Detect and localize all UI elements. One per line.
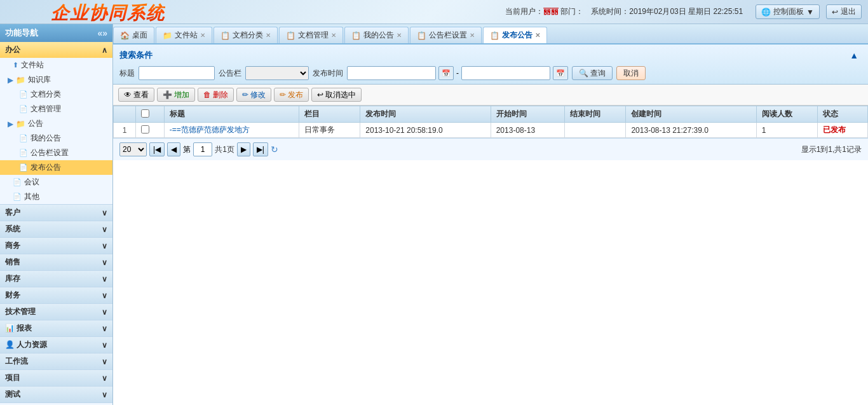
notice-setting-icon: 📄 [19,149,28,157]
sidebar-project-header[interactable]: 项目 ∨ [0,370,112,386]
control-panel-button[interactable]: 🌐 控制面板 ▼ [756,4,820,19]
sidebar-tech-header[interactable]: 技术管理 ∨ [0,304,112,320]
doc-manage-icon: 📄 [19,105,28,113]
next-page-button[interactable]: ▶ [237,142,250,156]
filestation-icon: ⬆ [13,61,18,69]
row-num: 1 [114,123,136,138]
last-page-button[interactable]: ▶| [253,142,268,156]
edit-icon: ✏ [242,90,248,99]
sidebar-item-notice-setting[interactable]: 📄 公告栏设置 [0,146,112,160]
sidebar: 功能导航 «» 办公 ∧ ⬆ 文件站 ▶ 📁 知识库 📄 文档分类 [0,24,113,405]
sidebar-report-header[interactable]: 📊 报表 ∨ [0,320,112,336]
tab-doc-classify[interactable]: 📋 文档分类 ✕ [214,27,278,43]
data-table-wrap: 标题 栏目 发布时间 开始时间 结束时间 创建时间 阅读人数 状态 1 - [113,106,868,138]
search-button[interactable]: 🔍 查询 [572,66,613,80]
pagination-left: 20 50 100 |◀ ◀ 第 共1页 ▶ ▶| ↻ [119,142,278,156]
sidebar-workflow-header[interactable]: 工作流 ∨ [0,354,112,369]
tab-desktop[interactable]: 🏠 桌面 [113,27,154,43]
sidebar-inventory-header[interactable]: 库存 ∨ [0,271,112,287]
first-page-button[interactable]: |◀ [149,142,165,156]
sidebar-group-knowledge[interactable]: ▶ 📁 知识库 [0,72,112,87]
sidebar-group-notice[interactable]: ▶ 📁 公告 [0,116,112,131]
row-start-time: 2013-08-13 [491,123,564,138]
sidebar-item-doc-manage[interactable]: 📄 文档管理 [0,102,112,116]
tab-filestation[interactable]: 📁 文件站 ✕ [156,27,212,43]
cancel-select-button[interactable]: ↩ 取消选中 [311,88,362,102]
desktop-icon: 🏠 [120,31,130,40]
search-date-to[interactable] [461,66,550,80]
workflow-expand-icon: ∨ [102,357,107,366]
notice-setting-tab-icon: 📋 [417,31,426,40]
add-button[interactable]: ➕ 增加 [157,88,195,102]
sidebar-item-publish-notice[interactable]: 📄 发布公告 [0,160,112,175]
sidebar-test-header[interactable]: 测试 ∨ [0,387,112,402]
topbar: 企业协同系统 当前用户：丽丽 部门： 系统时间：2019年02月03日 星期日 … [0,0,868,24]
refresh-button[interactable]: ↻ [271,144,278,154]
row-title[interactable]: -==范德萨范德萨发地方 [164,123,299,138]
tab-notice-setting-close[interactable]: ✕ [470,32,475,39]
search-collapse-button[interactable]: ▲ [846,48,862,62]
finance-expand-icon: ∨ [102,291,107,300]
tab-filestation-close[interactable]: ✕ [200,32,205,39]
row-checkbox[interactable] [141,125,149,134]
search-date-from[interactable] [347,66,436,80]
sidebar-system-header[interactable]: 系统 ∨ [0,221,112,237]
doc-classify-tab-icon: 📋 [220,31,230,40]
row-create-time: 2013-08-13 21:27:39.0 [626,123,756,138]
tab-publish-notice[interactable]: 📋 发布公告 ✕ [483,27,547,45]
search-title-input[interactable] [139,66,215,80]
sidebar-item-meeting[interactable]: 📄 会议 [0,175,112,189]
globe-icon: 🌐 [761,8,771,17]
col-channel: 栏目 [299,106,360,123]
tab-doc-manage[interactable]: 📋 文档管理 ✕ [279,27,343,43]
project-expand-icon: ∨ [102,374,107,383]
edit-button[interactable]: ✏ 修改 [236,88,271,102]
tab-doc-classify-close[interactable]: ✕ [266,32,271,39]
search-channel-select[interactable]: 日常事务 [245,66,309,80]
table-row: 1 -==范德萨范德萨发地方 日常事务 2013-10-21 20:58:19.… [114,123,868,138]
select-all-checkbox[interactable] [141,109,149,118]
sidebar-office-header[interactable]: 办公 ∧ [0,42,112,58]
tab-my-notice-close[interactable]: ✕ [397,32,402,39]
tab-bar: 🏠 桌面 📁 文件站 ✕ 📋 文档分类 ✕ 📋 文档管理 ✕ 📋 我的公告 [113,24,868,45]
sidebar-section-inventory: 库存 ∨ [0,271,112,287]
sidebar-section-hr: 👤 人力资源 ∨ [0,337,112,354]
customer-expand-icon: ∨ [102,209,107,217]
sidebar-hr-header[interactable]: 👤 人力资源 ∨ [0,337,112,353]
sidebar-business-header[interactable]: 商务 ∨ [0,238,112,254]
calendar-from-button[interactable]: 📅 [438,66,454,80]
view-button[interactable]: 👁 查看 [118,88,154,102]
tab-my-notice[interactable]: 📋 我的公告 ✕ [344,27,409,43]
sidebar-item-other[interactable]: 📄 其他 [0,189,112,204]
delete-button[interactable]: 🗑 删除 [198,88,234,102]
sidebar-sales-header[interactable]: 销售 ∨ [0,254,112,270]
sidebar-customer-header[interactable]: 客户 ∨ [0,205,112,221]
top-controls: 🌐 控制面板 ▼ ↩ 退出 [756,4,862,19]
page-size-select[interactable]: 20 50 100 [119,142,147,156]
cancel-button[interactable]: 取消 [616,66,646,80]
meeting-icon: 📄 [13,178,22,186]
tab-publish-notice-close[interactable]: ✕ [535,32,540,39]
total-info: 显示1到1,共1记录 [801,144,862,155]
sidebar-collapse-icon[interactable]: «» [97,28,107,38]
sidebar-item-my-notice[interactable]: 📄 我的公告 [0,131,112,146]
sidebar-item-filestation[interactable]: ⬆ 文件站 [0,58,112,72]
sidebar-finance-header[interactable]: 财务 ∨ [0,287,112,303]
calendar-to-button[interactable]: 📅 [553,66,568,80]
sidebar-section-system: 系统 ∨ [0,221,112,238]
username: 丽丽 [543,7,559,16]
sidebar-item-doc-classify[interactable]: 📄 文档分类 [0,87,112,102]
table-body: 1 -==范德萨范德萨发地方 日常事务 2013-10-21 20:58:19.… [114,123,868,138]
tab-notice-setting[interactable]: 📋 公告栏设置 ✕ [410,27,482,43]
publish-button[interactable]: ✏ 发布 [274,88,309,102]
row-channel: 日常事务 [299,123,360,138]
knowledge-folder-icon: 📁 [16,76,25,85]
sidebar-section-report: 📊 报表 ∨ [0,320,112,337]
page-number-input[interactable] [193,142,212,156]
tab-doc-manage-close[interactable]: ✕ [331,32,336,39]
prev-page-button[interactable]: ◀ [167,142,180,156]
logout-button[interactable]: ↩ 退出 [826,4,862,19]
search-bar-title: 搜索条件 ▲ [119,48,862,62]
col-num [114,106,136,123]
cancel-select-icon: ↩ [317,90,323,99]
